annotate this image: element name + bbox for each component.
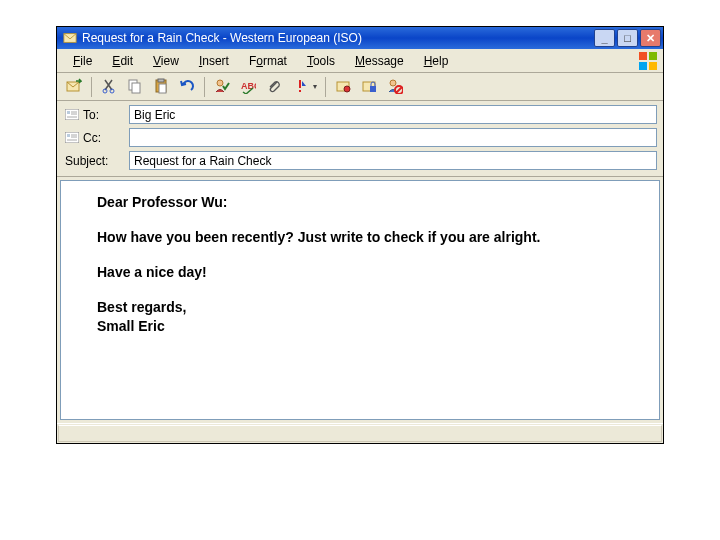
subject-row: Subject: [63,151,657,170]
status-cell [58,425,662,442]
envelope-app-icon [63,31,77,45]
svg-rect-20 [370,86,376,92]
to-row: To: [63,105,657,124]
address-book-icon [65,132,79,143]
svg-rect-24 [67,111,70,114]
mail-headers: To: Cc: Subject: [57,101,663,177]
svg-rect-15 [299,80,301,88]
svg-text:ABC: ABC [241,81,256,91]
titlebar: Request for a Rain Check - Western Europ… [57,27,663,49]
priority-icon [292,78,308,96]
cut-icon [101,78,117,96]
body-greeting: Dear Professor Wu: [97,193,623,212]
attach-icon [266,78,282,96]
menu-view[interactable]: View [143,52,189,70]
window-controls: _ □ ✕ [594,29,661,47]
check-names-button[interactable] [211,76,233,98]
body-paragraph: Have a nice day! [97,263,623,282]
subject-field[interactable] [129,151,657,170]
toolbar: ABC ▾ [57,73,663,101]
message-body[interactable]: Dear Professor Wu: How have you been rec… [61,181,659,419]
menu-file[interactable]: File [63,52,102,70]
send-button[interactable] [63,76,85,98]
paste-icon [153,78,169,96]
editor-container: Dear Professor Wu: How have you been rec… [60,180,660,420]
menu-tools[interactable]: Tools [297,52,345,70]
address-book-icon [65,109,79,120]
compose-window: Request for a Rain Check - Western Europ… [56,26,664,444]
svg-rect-1 [639,52,647,60]
encrypt-icon [361,78,377,96]
svg-rect-2 [649,52,657,60]
menubar: File Edit View Insert Format Tools Messa… [57,49,663,73]
offline-icon [387,78,403,96]
paste-button[interactable] [150,76,172,98]
spelling-icon: ABC [240,78,256,96]
statusbar [57,423,663,443]
window-title: Request for a Rain Check - Western Europ… [82,31,594,45]
spelling-button[interactable]: ABC [237,76,259,98]
svg-rect-12 [159,84,166,93]
body-signoff: Best regards, [97,298,623,317]
check-names-icon [214,78,230,96]
body-paragraph: How have you been recently? Just write t… [97,228,623,247]
cc-field[interactable] [129,128,657,147]
undo-button[interactable] [176,76,198,98]
maximize-button[interactable]: □ [617,29,638,47]
svg-rect-11 [158,79,164,82]
svg-point-18 [344,86,350,92]
encrypt-button[interactable] [358,76,380,98]
svg-rect-9 [132,83,140,93]
offline-button[interactable] [384,76,406,98]
copy-icon [127,78,143,96]
sign-button[interactable] [332,76,354,98]
send-icon [66,78,82,96]
menu-edit[interactable]: Edit [102,52,143,70]
close-button[interactable]: ✕ [640,29,661,47]
toolbar-separator [91,77,92,97]
svg-point-13 [217,80,223,86]
toolbar-separator [325,77,326,97]
undo-icon [179,78,195,96]
copy-button[interactable] [124,76,146,98]
svg-rect-16 [299,90,301,92]
cut-button[interactable] [98,76,120,98]
subject-label: Subject: [63,154,129,168]
body-signature: Small Eric [97,317,623,336]
svg-rect-3 [639,62,647,70]
menu-message[interactable]: Message [345,52,414,70]
minimize-button[interactable]: _ [594,29,615,47]
sign-icon [335,78,351,96]
svg-point-21 [390,80,396,86]
menu-insert[interactable]: Insert [189,52,239,70]
priority-dropdown[interactable]: ▾ [289,76,319,98]
to-field[interactable] [129,105,657,124]
cc-label[interactable]: Cc: [63,131,129,145]
to-label[interactable]: To: [63,108,129,122]
windows-logo-icon [637,50,659,72]
menu-format[interactable]: Format [239,52,297,70]
svg-rect-4 [649,62,657,70]
cc-row: Cc: [63,128,657,147]
svg-rect-26 [67,134,70,137]
chevron-down-icon: ▾ [311,82,319,91]
attach-button[interactable] [263,76,285,98]
menu-help[interactable]: Help [414,52,459,70]
toolbar-separator [204,77,205,97]
